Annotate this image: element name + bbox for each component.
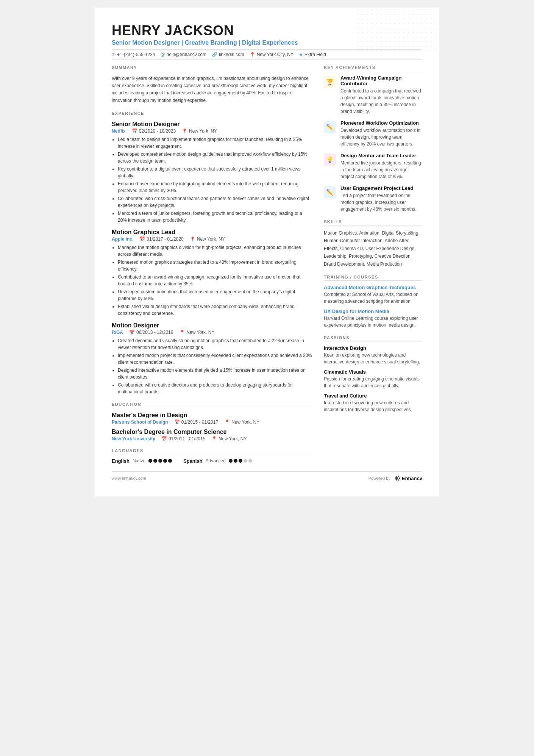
cal-icon-edu1: 📅 [174,419,180,425]
achievement-title-1: Award-Winning Campaign Contributor [340,75,422,86]
training-item-1: Advanced Motion Graphics Techniques Comp… [324,285,422,305]
languages-section-title: LANGUAGES [112,448,312,454]
job-location-2: 📍 New York, NY [190,236,225,242]
right-column: KEY ACHIEVEMENTS 🏆 Award-Winning Campaig… [324,65,422,464]
edu-degree-2: Bachelor's Degree in Computer Science [112,429,312,435]
pencil2-icon: ✏️ [324,186,336,198]
columns-layout: SUMMARY With over 9 years of experience … [112,65,422,464]
training-title-2: UX Design for Motion Media [324,308,422,314]
passion-item-3: Travel and Culture Interested in discove… [324,393,422,413]
pin-icon-1: 📍 [182,128,187,134]
bulb-icon: 💡 [324,153,336,166]
experience-section-title: EXPERIENCE [112,111,312,117]
achievement-item-2: ✏️ Pioneered Workflow Optimization Devel… [324,120,422,147]
lang-name-es: Spanish [183,458,203,464]
passion-title-1: Interactive Design [324,345,422,351]
lang-dots-en [148,459,172,463]
edu-location-2: 📍 New York, NY [211,436,247,441]
contact-location: 📍 New York City, NY [250,52,294,57]
job-item: Senior Motion Designer Netflix 📅 02/2020… [112,121,312,224]
dot [153,459,157,463]
achievement-desc-1: Contributed to a campaign that received … [340,88,422,115]
achievement-item-1: 🏆 Award-Winning Campaign Contributor Con… [324,75,422,115]
achievements-section-title: KEY ACHIEVEMENTS [324,65,422,71]
passion-desc-3: Interested in discovering new cultures a… [324,399,422,413]
bullet-item: Implemented motion projects that consist… [118,352,312,366]
contact-linkedin: 🔗 linkedin.com [212,52,244,57]
passion-item-1: Interactive Design Keen on exploring new… [324,345,422,365]
star-icon: ★ [299,52,303,57]
languages-row: English Native Spanish Advanced [112,458,312,464]
training-title-1: Advanced Motion Graphics Techniques [324,285,422,290]
pencil-icon: ✏️ [324,121,336,133]
achievement-desc-3: Mentored five junior designers, resultin… [340,160,422,180]
bullet-item: Collaborated with cross-functional teams… [118,195,312,209]
contact-extra: ★ Extra Field [299,52,326,57]
bullet-item: Designed interactive motion elements tha… [118,367,312,380]
achievement-item-4: ✏️ User Engagement Project Lead Led a pr… [324,185,422,213]
dots-decoration [356,8,439,53]
job-company-1: Netflix [112,128,126,134]
passion-title-2: Cinematic Visuals [324,369,422,375]
job-title-1: Senior Motion Designer [112,121,312,128]
bullet-item: Managed the motion graphics division for… [118,244,312,258]
location-icon: 📍 [250,52,255,57]
cal-icon-edu2: 📅 [161,436,167,441]
bullet-item: Developed custom animations that increas… [118,288,312,302]
job-bullets-1: Led a team to design and implement motio… [112,136,312,224]
passions-section-title: PASSIONS [324,335,422,341]
bullet-item: Created dynamic and visually stunning mo… [118,337,312,351]
calendar-icon-1: 📅 [132,128,137,134]
passion-title-3: Travel and Culture [324,393,422,399]
job-company-2: Apple Inc. [112,236,133,242]
edu-location-1: 📍 New York, NY [224,419,259,425]
footer-website: www.enhancv.com [112,476,146,481]
job-item: Motion Designer R/GA 📅 06/2013 - 12/2016… [112,322,312,395]
left-column: SUMMARY With over 9 years of experience … [112,65,312,464]
pin-icon-2: 📍 [190,236,195,242]
location-text: New York City, NY [257,52,294,57]
dot [239,459,242,463]
achievement-content-1: Award-Winning Campaign Contributor Contr… [340,75,422,115]
lang-level-es: Advanced [206,458,226,463]
job-bullets-2: Managed the motion graphics division for… [112,244,312,317]
pin-edu1: 📍 [224,419,230,425]
bullet-item: Enhanced user experience by integrating … [118,180,312,194]
job-location-1: 📍 New York, NY [182,128,217,134]
lang-spanish: Spanish Advanced [183,458,252,464]
achievement-title-2: Pioneered Workflow Optimization [340,120,422,126]
skills-section-title: SKILLS [324,219,422,225]
job-date-2: 📅 01/2017 - 01/2020 [139,236,183,242]
enhancv-logo: Enhancv [393,476,422,481]
training-section-title: TRAINING / COURSES [324,275,422,281]
bullet-item: Led a team to design and implement motio… [118,136,312,150]
email-icon: @ [160,52,165,57]
job-item: Motion Graphics Lead Apple Inc. 📅 01/201… [112,229,312,317]
trophy-icon: 🏆 [324,76,336,88]
passion-desc-1: Keen on exploring new technologies and i… [324,352,422,365]
powered-by-label: Powered by [368,476,390,481]
passion-item-2: Cinematic Visuals Passion for creating e… [324,369,422,389]
job-meta-2: Apple Inc. 📅 01/2017 - 01/2020 📍 New Yor… [112,236,312,242]
dot-empty [248,459,252,463]
summary-section-title: SUMMARY [112,65,312,71]
pin-edu2: 📍 [211,436,217,441]
training-desc-1: Completed at School of Visual Arts, focu… [324,291,422,305]
achievement-content-3: Design Mentor and Team Leader Mentored f… [340,153,422,180]
achievement-title-3: Design Mentor and Team Leader [340,153,422,158]
edu-school-2: New York University [112,436,155,441]
bullet-item: Developed comprehensive motion design gu… [118,151,312,164]
dot-empty [244,459,247,463]
job-meta-3: R/GA 📅 06/2013 - 12/2016 📍 New York, NY [112,330,312,335]
calendar-icon-3: 📅 [129,330,135,335]
edu-date-1: 📅 01/2015 - 01/2017 [174,419,218,425]
summary-text: With over 9 years of experience in motio… [112,75,312,104]
job-date-1: 📅 02/2020 - 10/2023 [132,128,176,134]
email-text: help@enhancv.com [167,52,206,57]
achievement-desc-4: Led a project that revamped online motio… [340,192,422,213]
bullet-item: Collaborated with creative directors and… [118,382,312,395]
dot [229,459,233,463]
edu-item-1: Master's Degree in Design Parsons School… [112,412,312,425]
contact-email: @ help@enhancv.com [160,52,206,57]
extra-text: Extra Field [304,52,326,57]
